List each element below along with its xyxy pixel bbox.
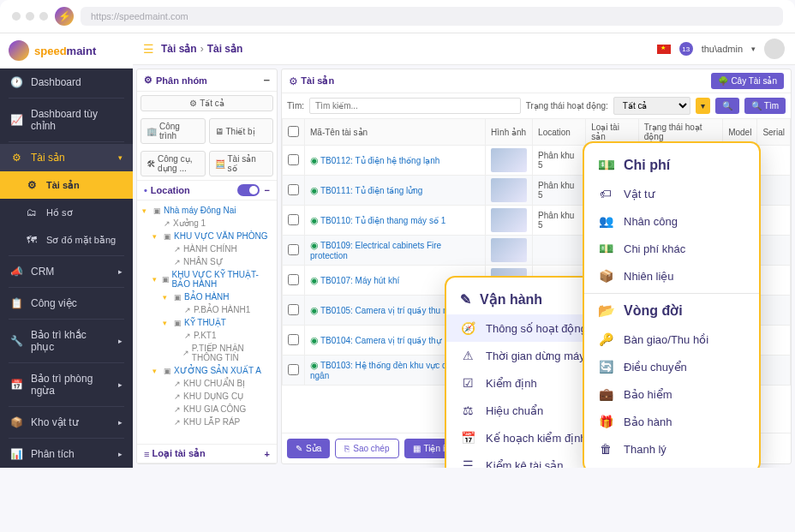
copy-button[interactable]: ⎘Sao chép <box>335 439 398 458</box>
nav-analytics[interactable]: 📊Phân tích <box>0 440 133 468</box>
chevron-down-icon[interactable]: ▾ <box>751 45 756 53</box>
row-checkbox[interactable] <box>288 334 299 345</box>
popup-item[interactable]: 👥Nhân công <box>584 207 759 235</box>
row-checkbox[interactable] <box>288 154 299 165</box>
cell-serial <box>757 356 791 386</box>
url-bar[interactable]: https://speedmaint.com <box>81 7 783 26</box>
col-image[interactable]: Hình ảnh <box>486 119 533 146</box>
popup-item[interactable]: 📦Nhiên liệu <box>584 262 759 290</box>
nav-label: Sơ đồ mặt bằng <box>46 235 116 246</box>
nav-floorplan[interactable]: 🗺Sơ đồ mặt bằng <box>0 226 133 254</box>
asset-link[interactable]: TB0109: Electrical cabinets Fire protect… <box>310 241 441 260</box>
collapse-icon[interactable]: − <box>263 74 270 87</box>
edit-button[interactable]: ✎Sửa <box>287 439 330 458</box>
thumbnail <box>491 208 527 232</box>
tree-node[interactable]: ↗Xưởng 1 <box>142 217 272 230</box>
notification-badge[interactable]: 13 <box>679 42 693 56</box>
play-icon: ◉ <box>310 360 319 370</box>
tree-node[interactable]: ▾▣Nhà máy Đông Nai <box>142 204 272 217</box>
status-select[interactable]: Tất cả <box>613 97 690 115</box>
row-checkbox[interactable] <box>288 244 299 255</box>
tree-label: Xưởng 1 <box>173 218 206 228</box>
expand-icon <box>173 349 180 357</box>
popup-item[interactable]: 🗑Thanh lý <box>584 435 759 463</box>
tree-node[interactable]: ↗P.TIẾP NHẬN THÔNG TIN <box>142 342 272 364</box>
row-checkbox[interactable] <box>288 214 299 225</box>
hamburger-icon[interactable]: ☰ <box>143 42 154 56</box>
tree-node[interactable]: ▾▣KHU VỰC KỸ THUẬT-BẢO HÀNH <box>142 268 272 290</box>
equipment-button[interactable]: 🖥Thiết bị <box>209 118 274 144</box>
find-button[interactable]: 🔍Tìm <box>744 98 786 114</box>
nav-warehouse[interactable]: 📦Kho vật tư <box>0 409 133 436</box>
asset-link[interactable]: TB0104: Camera vị trí quầy thự <box>320 336 441 345</box>
popup-item[interactable]: 🔄Điều chuyển <box>584 353 759 380</box>
tree-node[interactable]: ↗KHU DỤNG CỤ <box>142 390 272 403</box>
nav-label: Phân tích <box>31 448 75 460</box>
calc-icon: 🧮 <box>215 159 225 169</box>
asset-link[interactable]: TB0112: Tủ điện hệ thống lạnh <box>320 156 439 165</box>
tree-node[interactable]: ↗P.KT1 <box>142 329 272 342</box>
row-checkbox[interactable] <box>288 184 299 195</box>
popup-item-label: Kiểm kê tài sản <box>486 459 563 469</box>
calendar-icon: 📅 <box>460 431 475 445</box>
asset-link[interactable]: TB0107: Máy hút khí <box>320 276 399 285</box>
tree-view-button[interactable]: 🌳Cây Tài sản <box>711 73 784 89</box>
nav-dashboard-custom[interactable]: 📈Dashboard tùy chỉnh <box>0 100 133 140</box>
nav-profile[interactable]: 🗂Hồ sơ <box>0 199 133 226</box>
tree-node[interactable]: ↗KHU CHUẨN BỊ <box>142 377 272 390</box>
row-checkbox[interactable] <box>288 364 299 375</box>
popup-item[interactable]: 💼Bảo hiểm <box>584 380 759 408</box>
asset-link[interactable]: TB0110: Tủ điện thang máy số 1 <box>320 216 445 225</box>
tree-node[interactable]: ↗NHÂN SỰ <box>142 255 272 268</box>
key-icon: 🔑 <box>598 332 613 346</box>
popup-item-label: Bàn giao/Thu hồi <box>624 333 708 346</box>
nav-preventive[interactable]: 📅Bảo trì phòng ngừa <box>0 365 133 404</box>
col-location[interactable]: Location <box>533 119 586 146</box>
all-button[interactable]: ⚙Tất cả <box>140 95 273 111</box>
filter-button[interactable]: 🔍 <box>715 98 739 114</box>
row-checkbox[interactable] <box>288 304 299 315</box>
tree-node[interactable]: ↗KHU LẮP RÁP <box>142 415 272 428</box>
username[interactable]: thu\admin <box>702 44 743 54</box>
tree-node[interactable]: ↗KHU GIA CÔNG <box>142 403 272 415</box>
nav-job[interactable]: 📋Công việc <box>0 290 133 317</box>
tree-node[interactable]: ↗HÀNH CHÍNH <box>142 242 272 255</box>
tree-node[interactable]: ▾▣XƯỞNG SẢN XUẤT A <box>142 364 272 377</box>
nav-dashboard[interactable]: 🕐Dashboard <box>0 69 133 96</box>
tools-button[interactable]: 🛠Công cụ, dụng ... <box>140 151 206 176</box>
select-all-checkbox[interactable] <box>288 126 299 137</box>
popup-item[interactable]: 🎁Bảo hành <box>584 408 759 435</box>
nav-corrective[interactable]: 🔧Bảo trì khắc phục <box>0 321 133 361</box>
tree-node[interactable]: ▾▣KỸ THUẬT <box>142 316 272 329</box>
row-checkbox[interactable] <box>288 274 299 285</box>
popup-item[interactable]: 🏷Vật tư <box>584 180 759 207</box>
popup-item-label: Hiệu chuẩn <box>486 404 543 417</box>
collapse-icon[interactable]: − <box>265 185 270 195</box>
asset-link[interactable]: TB0105: Camera vị trí quầy thu ngân <box>320 306 462 315</box>
popup-item[interactable]: 🔑Bàn giao/Thu hồi <box>584 326 759 353</box>
col-code[interactable]: Mã-Tên tài sản <box>305 119 486 146</box>
asset-link[interactable]: TB0111: Tủ điện tầng lửng <box>320 186 422 195</box>
search-input[interactable] <box>309 98 521 114</box>
nav-asset-sub[interactable]: ⚙Tài sản <box>0 171 133 199</box>
nav-label: CRM <box>31 266 54 278</box>
expand-icon: ▾ <box>163 319 171 327</box>
popup-item[interactable]: 💵Chi phí khác <box>584 235 759 262</box>
construction-button[interactable]: 🏢Công trình <box>140 118 206 144</box>
nav-asset[interactable]: ⚙Tài sản <box>0 144 133 171</box>
expand-icon <box>163 245 171 254</box>
asset-id-button[interactable]: 🧮Tài sản số <box>209 151 274 176</box>
tree-node[interactable]: ▾▣BẢO HÀNH <box>142 290 272 303</box>
flag-vn-icon[interactable] <box>657 45 671 54</box>
tree-node[interactable]: ↗P.BẢO HÀNH1 <box>142 303 272 316</box>
col-serial[interactable]: Serial <box>757 119 791 146</box>
dropdown-button[interactable]: ▾ <box>696 98 710 114</box>
avatar[interactable] <box>764 39 785 59</box>
tree-node[interactable]: ▾▣KHU VỰC VĂN PHÒNG <box>142 230 272 242</box>
money-icon: 💵 <box>598 242 613 255</box>
breadcrumb-item[interactable]: Tài sản <box>161 43 197 55</box>
popup-item-label: Kiểm định <box>486 377 537 390</box>
nav-crm[interactable]: 📣CRM <box>0 258 133 285</box>
expand-icon[interactable]: + <box>265 449 270 459</box>
location-toggle[interactable] <box>237 184 260 196</box>
